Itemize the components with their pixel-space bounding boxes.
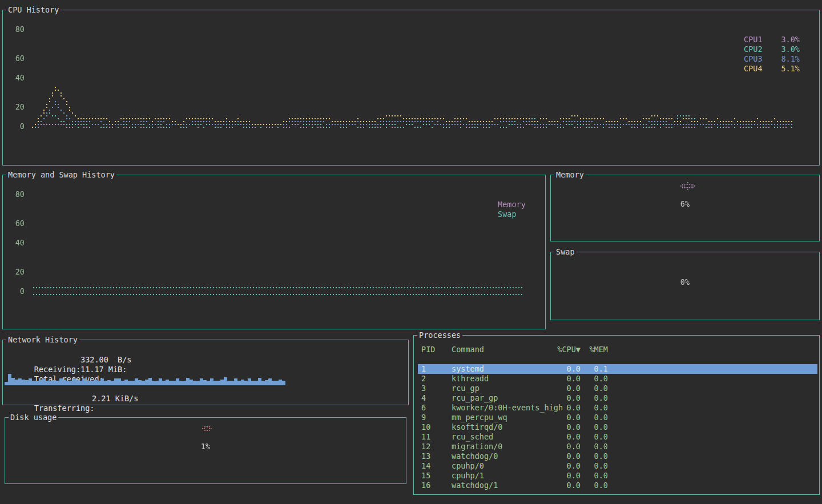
transferring-label: Transferring:	[34, 404, 95, 413]
network-receiving-row: Receiving: 332.00 B/s	[6, 355, 80, 365]
process-command: kworker/0:0H-events_high	[452, 403, 563, 413]
process-mem: 0.0	[585, 481, 608, 490]
memory-swap-legend: MemorySwap	[498, 200, 526, 219]
process-mem: 0.0	[585, 451, 608, 461]
y-axis-tick: 20	[9, 103, 25, 111]
disk-usage-panel: Disk usage 1%	[5, 417, 406, 484]
column-header-cpu-sort[interactable]: %CPU▼	[551, 345, 581, 354]
process-cpu: 0.0	[551, 374, 581, 384]
processes-header: PID Command %CPU▼ %MEM	[418, 345, 817, 354]
y-axis-tick: 60	[9, 54, 25, 62]
receiving-value: 332.00 B/s	[80, 355, 131, 365]
processes-panel: Processes PID Command %CPU▼ %MEM 1system…	[413, 335, 820, 495]
process-pid: 13	[421, 451, 430, 461]
process-mem: 0.0	[585, 374, 608, 384]
process-row[interactable]: 11rcu_sched0.00.0	[418, 432, 817, 442]
process-mem: 0.0	[585, 393, 608, 403]
memory-gauge-panel: Memory 6%	[550, 175, 820, 241]
memory-donut-icon	[551, 176, 820, 241]
y-axis-tick: 80	[9, 25, 25, 33]
process-command: migration/0	[452, 442, 502, 451]
memory-legend-item: Memory	[498, 200, 526, 209]
y-axis-tick: 80	[9, 190, 25, 198]
process-cpu: 0.0	[551, 403, 581, 413]
memory-legend-item: Swap	[498, 209, 526, 219]
process-cpu: 0.0	[551, 471, 581, 481]
memory-swap-history-chart	[3, 176, 546, 329]
process-pid: 2	[421, 374, 426, 384]
y-axis-tick: 0	[9, 287, 25, 295]
process-mem: 0.0	[585, 432, 608, 442]
process-command: watchdog/0	[452, 451, 498, 461]
network-sparkline	[5, 373, 285, 385]
cpu-legend: CPU13.0%CPU23.0%CPU38.1%CPU45.1%	[744, 35, 800, 74]
process-row[interactable]: 6kworker/0:0H-events_high0.00.0	[418, 403, 817, 413]
process-pid: 3	[421, 384, 426, 393]
process-row[interactable]: 4rcu_par_gp0.00.0	[418, 393, 817, 403]
cpu-legend-item: CPU38.1%	[744, 54, 800, 64]
process-command: ksoftirqd/0	[452, 422, 502, 432]
process-mem: 0.0	[585, 471, 608, 481]
network-history-panel: Network History Receiving: 332.00 B/s To…	[2, 340, 409, 405]
cpu-legend-item: CPU45.1%	[744, 64, 800, 74]
process-pid: 1	[421, 364, 426, 374]
swap-percent: 0%	[551, 277, 819, 287]
y-axis-tick: 40	[9, 74, 25, 82]
process-command: mm_percpu_wq	[452, 413, 507, 422]
process-mem: 0.0	[585, 413, 608, 422]
process-command: watchdog/1	[452, 481, 498, 490]
terminal-system-monitor: CPU History 806040200 CPU13.0%CPU23.0%CP…	[0, 0, 822, 504]
process-command: rcu_par_gp	[452, 393, 498, 403]
process-pid: 10	[421, 422, 430, 432]
process-pid: 6	[421, 403, 426, 413]
process-command: systemd	[452, 364, 484, 374]
process-row[interactable]: 12migration/00.00.0	[418, 442, 817, 451]
process-mem: 0.0	[585, 384, 608, 393]
disk-donut-icon	[6, 418, 406, 484]
process-pid: 12	[421, 442, 430, 451]
y-axis-tick: 40	[9, 239, 25, 247]
process-mem: 0.1	[585, 364, 608, 374]
process-command: kthreadd	[452, 374, 489, 384]
process-row[interactable]: 3rcu_gp0.00.0	[418, 384, 817, 393]
process-row[interactable]: 14cpuhp/00.00.0	[418, 461, 817, 471]
process-command: rcu_sched	[452, 432, 493, 442]
process-cpu: 0.0	[551, 442, 581, 451]
process-pid: 4	[421, 393, 426, 403]
process-mem: 0.0	[585, 442, 608, 451]
process-mem: 0.0	[585, 403, 608, 413]
process-cpu: 0.0	[551, 451, 581, 461]
column-header-pid: PID	[421, 345, 435, 354]
process-row[interactable]: 1systemd0.00.1	[418, 364, 817, 374]
memory-percent: 6%	[551, 199, 819, 208]
y-axis-tick: 20	[9, 268, 25, 276]
cpu-history-chart	[3, 11, 820, 166]
process-cpu: 0.0	[551, 413, 581, 422]
process-row[interactable]: 2kthreadd0.00.0	[418, 374, 817, 384]
cpu-legend-item: CPU23.0%	[744, 45, 800, 54]
network-history-title: Network History	[6, 335, 79, 344]
process-cpu: 0.0	[551, 384, 581, 393]
network-transferring-row: Transferring: 2.21 KiB/s	[6, 394, 94, 404]
column-header-command: Command	[452, 345, 484, 354]
process-row[interactable]: 15cpuhp/10.00.0	[418, 471, 817, 481]
process-row[interactable]: 16watchdog/10.00.0	[418, 481, 817, 490]
process-pid: 11	[421, 432, 430, 442]
y-axis-tick: 0	[9, 122, 25, 130]
process-command: cpuhp/0	[452, 461, 484, 471]
process-row[interactable]: 10ksoftirqd/00.00.0	[418, 422, 817, 432]
process-cpu: 0.0	[551, 481, 581, 490]
process-mem: 0.0	[585, 461, 608, 471]
process-command: rcu_gp	[452, 384, 480, 393]
swap-gauge-panel: Swap 0%	[550, 252, 820, 320]
process-row[interactable]: 13watchdog/00.00.0	[418, 451, 817, 461]
process-row[interactable]: 9mm_percpu_wq0.00.0	[418, 413, 817, 422]
process-cpu: 0.0	[551, 422, 581, 432]
process-cpu: 0.0	[551, 393, 581, 403]
process-cpu: 0.0	[551, 461, 581, 471]
process-command: cpuhp/1	[452, 471, 484, 481]
process-pid: 9	[421, 413, 426, 422]
processes-title: Processes	[417, 330, 462, 340]
process-mem: 0.0	[585, 422, 608, 432]
y-axis-tick: 60	[9, 219, 25, 227]
